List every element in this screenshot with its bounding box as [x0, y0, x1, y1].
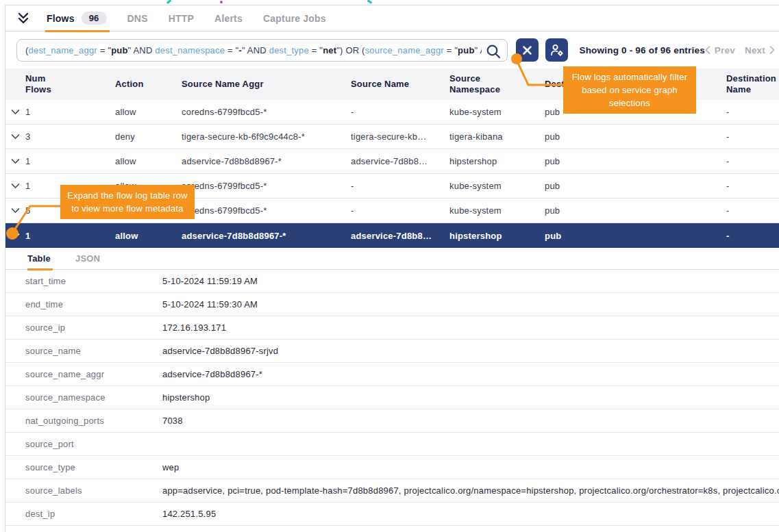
detail-key: source_type — [25, 462, 162, 472]
query-segment-field: dest_name_aggr — [29, 45, 97, 55]
cell-source-name: adservice-7d8b8… — [351, 156, 449, 166]
column-header-source-name[interactable]: Source Name — [351, 79, 449, 90]
detail-tab-json[interactable]: JSON — [75, 248, 100, 270]
detail-key: source_port — [25, 439, 162, 449]
tab-alerts[interactable]: Alerts — [214, 5, 243, 31]
cell-source-name: - — [351, 107, 449, 117]
prev-button[interactable]: Prev — [705, 45, 735, 55]
row-expand-chevron-icon[interactable] — [5, 109, 25, 115]
detail-row: source_nameadservice-7d8b8d8967-srjvd — [5, 340, 779, 363]
flow-row[interactable]: 3denytigera-secure-kb-6f9c9c44c8-*tigera… — [5, 125, 779, 149]
clear-filter-button[interactable] — [516, 38, 539, 62]
detail-value: 5-10-2024 11:59:19 AM — [162, 276, 779, 286]
service-graph-edge-sliver — [0, 0, 779, 5]
detail-key: end_time — [25, 299, 162, 309]
graph-edge-fragment — [367, 0, 372, 4]
cell-num-flows: 1 — [25, 156, 115, 166]
cell-action: allow — [115, 107, 182, 117]
next-button[interactable]: Next — [745, 45, 775, 55]
search-icon[interactable] — [482, 42, 503, 60]
user-gear-icon — [549, 43, 564, 57]
cell-source-name: - — [351, 181, 449, 191]
query-segment-op: = " — [309, 45, 323, 55]
column-header-num-flows[interactable]: Num Flows — [25, 73, 115, 96]
column-header-destination-name[interactable]: Destination Name — [726, 73, 779, 96]
detail-row: source_ip172.16.193.171 — [5, 316, 779, 340]
row-expand-chevron-icon[interactable] — [5, 183, 25, 189]
cell-dest-name-aggr: pub — [545, 205, 726, 216]
flow-detail-table: start_time5-10-2024 11:59:19 AMend_time5… — [5, 270, 779, 526]
cell-num-flows: 3 — [25, 131, 115, 142]
cell-source-name: - — [351, 205, 449, 216]
cell-action: deny — [115, 131, 182, 142]
detail-key: source_labels — [25, 485, 162, 496]
detail-key: source_name_aggr — [25, 369, 162, 379]
query-segment-field: dest_namespace — [155, 45, 225, 55]
cell-dest-name-aggr: pub — [545, 231, 726, 241]
detail-row: source_name_aggradservice-7d8b8d8967-* — [5, 363, 779, 386]
cell-source-namespace: tigera-kibana — [449, 131, 545, 142]
detail-value: 172.16.193.171 — [162, 322, 779, 333]
cell-dest-name-aggr: pub — [545, 131, 726, 142]
tab-dns[interactable]: DNS — [127, 5, 148, 31]
row-expand-chevron-icon[interactable] — [5, 233, 25, 239]
cell-source-namespace: kube-system — [449, 107, 545, 117]
query-segment-value: pub — [111, 45, 127, 55]
detail-key: source_namespace — [25, 392, 162, 403]
flow-detail-tabs: Table JSON — [5, 248, 779, 270]
cell-num-flows: 1 — [25, 231, 115, 241]
detail-value: adservice-7d8b8d8967-srjvd — [162, 346, 779, 356]
detail-key: start_time — [25, 276, 162, 286]
column-header-action[interactable]: Action — [115, 79, 182, 90]
detail-tab-table[interactable]: Table — [27, 248, 51, 270]
detail-row: source_port — [5, 433, 779, 456]
detail-value: hipstershop — [162, 392, 779, 403]
tab-flows[interactable]: Flows 96 — [47, 5, 107, 31]
cell-source-name-aggr: tigera-secure-kb-6f9c9c44c8-* — [182, 131, 351, 142]
cell-dest-name-aggr: pub — [545, 156, 726, 166]
cell-source-name-aggr: coredns-6799fbcd5-* — [182, 205, 351, 216]
cell-destination-name: - — [726, 231, 779, 241]
cell-source-namespace: kube-system — [449, 181, 545, 191]
chevron-right-icon — [769, 45, 775, 55]
tab-capture-jobs[interactable]: Capture Jobs — [263, 5, 326, 31]
column-header-source-namespace[interactable]: Source Namespace — [449, 73, 545, 96]
double-chevron-down-icon[interactable] — [15, 10, 33, 27]
tab-http[interactable]: HTTP — [169, 5, 194, 31]
detail-row: source_typewep — [5, 456, 779, 479]
query-segment-op: ") OR ( — [336, 45, 364, 55]
query-segment-op: " AND — [128, 45, 156, 55]
flows-count-badge: 96 — [82, 12, 107, 25]
row-expand-chevron-icon[interactable] — [5, 207, 25, 214]
detail-row: start_time5-10-2024 11:59:19 AM — [5, 270, 779, 293]
query-segment-op: = " — [225, 45, 238, 55]
x-close-icon — [522, 45, 532, 55]
user-settings-button[interactable] — [545, 38, 568, 62]
annotation-filter-tooltip: Flow logs automatically filter based on … — [563, 66, 696, 114]
flow-row-selected[interactable]: 1allowadservice-7d8b8d8967-*adservice-7d… — [5, 223, 779, 248]
cell-source-name: tigera-secure-kb… — [351, 131, 449, 142]
detail-key: source_name — [25, 346, 162, 356]
detail-row: nat_outgoing_ports7038 — [5, 409, 779, 433]
cell-action: allow — [115, 231, 182, 241]
query-segment-op: = " — [444, 45, 458, 55]
flow-logs-page: { "tabs": { "items": [ { "label": "Flows… — [0, 0, 779, 532]
cell-source-namespace: hipstershop — [449, 156, 545, 166]
detail-value: 7038 — [162, 416, 779, 426]
row-expand-chevron-icon[interactable] — [5, 158, 25, 164]
filter-query-input[interactable]: (dest_name_aggr = "pub" AND dest_namespa… — [16, 39, 508, 62]
query-segment-field: source_name_aggr — [365, 45, 444, 55]
flow-row[interactable]: 1allowadservice-7d8b8d8967-*adservice-7d… — [5, 149, 779, 174]
pagination: Prev Next — [705, 45, 775, 55]
row-expand-chevron-icon[interactable] — [5, 134, 25, 140]
cell-num-flows: 1 — [25, 107, 115, 117]
graph-node-fragment — [220, 1, 223, 3]
detail-value: wep — [162, 462, 779, 472]
filter-toolbar: (dest_name_aggr = "pub" AND dest_namespa… — [5, 31, 779, 68]
detail-value: app=adservice, pci=true, pod-template-ha… — [162, 485, 779, 496]
detail-key: source_ip — [25, 322, 162, 333]
cell-source-name: adservice-7d8b8… — [351, 231, 449, 241]
detail-row: source_labelsapp=adservice, pci=true, po… — [5, 479, 779, 503]
column-header-source-name-aggr[interactable]: Source Name Aggr — [182, 79, 351, 90]
cell-destination-name: - — [726, 156, 779, 166]
